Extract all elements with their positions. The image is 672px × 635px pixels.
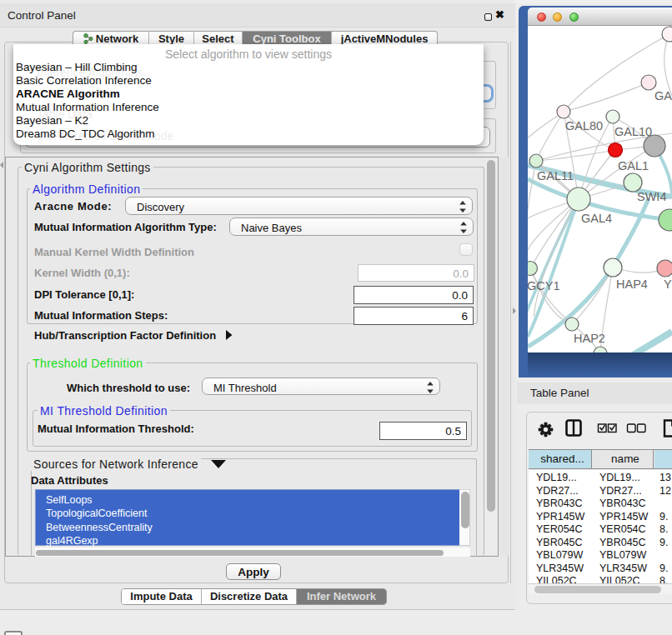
svg-text:HAP4: HAP4 <box>616 278 648 291</box>
svg-text:GAL11: GAL11 <box>537 169 574 182</box>
svg-text:SWI4: SWI4 <box>637 190 666 203</box>
svg-text:GAL1: GAL1 <box>618 159 649 172</box>
svg-text:HAP2: HAP2 <box>574 332 605 345</box>
svg-text:GAL10: GAL10 <box>614 125 652 138</box>
svg-text:GCY1: GCY1 <box>528 279 560 292</box>
svg-text:GAL4: GAL4 <box>581 212 612 225</box>
svg-text:GAL: GAL <box>654 89 672 102</box>
svg-text:Y: Y <box>664 278 672 291</box>
svg-text:GAL80: GAL80 <box>565 119 603 132</box>
